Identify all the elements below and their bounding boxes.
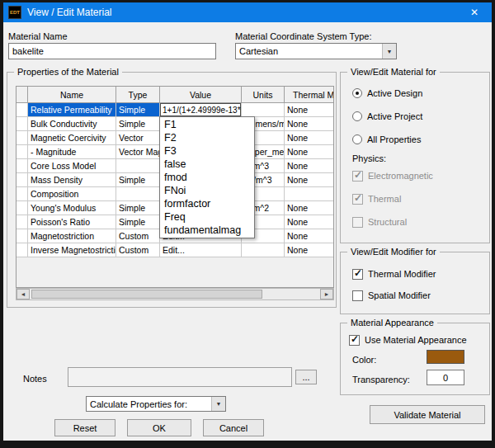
autocomplete-item[interactable]: false <box>160 158 254 171</box>
table-cell[interactable]: Inverse Magnetostriction <box>28 243 116 257</box>
table-row[interactable]: Inverse MagnetostrictionCustomEdit...Non… <box>16 243 333 257</box>
notes-label: Notes <box>23 374 47 384</box>
table-cell[interactable]: Core Loss Model <box>28 159 116 173</box>
table-cell[interactable]: Composition <box>28 187 116 201</box>
table-cell[interactable]: Simple <box>116 215 160 229</box>
scroll-left-icon[interactable]: ◄ <box>16 289 30 299</box>
table-cell[interactable] <box>16 103 28 117</box>
autocomplete-item[interactable]: F2 <box>160 131 254 144</box>
autocomplete-item[interactable]: FNoi <box>160 184 254 197</box>
properties-header-row: NameTypeValueUnitsThermal Modifier <box>16 87 333 103</box>
reset-button[interactable]: Reset <box>54 419 116 436</box>
notes-more-button[interactable]: ... <box>295 370 317 384</box>
autocomplete-item[interactable]: formfactor <box>160 197 254 210</box>
notes-input[interactable] <box>68 367 292 387</box>
checkbox-icon <box>349 335 360 346</box>
table-cell[interactable]: None <box>285 215 334 229</box>
column-header[interactable]: Name <box>28 87 116 103</box>
app-icon: EDT <box>8 6 21 19</box>
table-cell[interactable] <box>116 187 160 201</box>
table-cell[interactable]: Simple <box>116 173 160 187</box>
table-cell[interactable]: None <box>285 201 334 215</box>
table-cell[interactable] <box>242 103 285 117</box>
table-cell[interactable]: Magnetostriction <box>28 229 116 243</box>
checkbox-label: Structural <box>368 217 407 227</box>
scroll-right-icon[interactable]: ► <box>320 289 333 299</box>
checkbox-spatial-modifier[interactable]: Spatial Modifier <box>352 289 431 302</box>
autocomplete-item[interactable]: Freq <box>160 210 254 224</box>
table-cell[interactable]: None <box>285 103 334 117</box>
table-cell[interactable]: Simple <box>116 103 160 117</box>
radio-active-project[interactable]: Active Project <box>352 110 422 123</box>
coord-system-select[interactable]: Cartesian ▼ <box>235 43 397 59</box>
table-cell[interactable]: Vector Mag <box>116 145 160 159</box>
table-cell[interactable]: Custom <box>116 243 160 257</box>
table-cell[interactable] <box>16 215 28 229</box>
table-cell[interactable]: None <box>285 243 334 257</box>
table-cell[interactable] <box>285 187 334 201</box>
table-cell[interactable] <box>16 201 28 215</box>
table-cell[interactable] <box>16 187 28 201</box>
table-cell[interactable]: Vector <box>116 131 160 145</box>
table-cell[interactable] <box>16 243 28 257</box>
table-cell[interactable] <box>16 117 28 131</box>
checkbox-icon <box>352 194 363 205</box>
material-appearance-group: Material Appearance Use Material Appeara… <box>340 323 490 395</box>
h-scrollbar[interactable]: ◄ ► <box>16 288 334 300</box>
radio-icon <box>352 134 362 144</box>
table-cell[interactable]: Edit... <box>160 243 242 257</box>
table-cell[interactable]: None <box>285 229 334 243</box>
table-cell[interactable] <box>116 159 160 173</box>
close-button[interactable]: ✕ <box>457 2 492 22</box>
radio-active-design[interactable]: Active Design <box>352 87 422 100</box>
chevron-down-icon: ▼ <box>382 44 396 59</box>
autocomplete-item[interactable]: F1 <box>160 118 254 131</box>
table-cell[interactable]: Young's Modulus <box>28 201 116 215</box>
table-cell[interactable]: Simple <box>116 201 160 215</box>
table-cell[interactable] <box>16 159 28 173</box>
table-cell[interactable]: None <box>285 145 334 159</box>
column-header[interactable]: Thermal Modifier <box>285 87 334 103</box>
autocomplete-item[interactable]: fmod <box>160 171 254 184</box>
checkbox-use-material-appearance[interactable]: Use Material Appearance <box>349 333 467 347</box>
value-edit-field[interactable]: 1+1/(1+2.49999e-13*F <box>160 103 242 117</box>
table-cell[interactable] <box>242 243 285 257</box>
radio-icon <box>352 111 362 121</box>
cancel-button[interactable]: Cancel <box>203 419 264 436</box>
color-swatch[interactable] <box>427 350 464 364</box>
column-header[interactable]: Type <box>116 87 160 103</box>
scrollbar-thumb[interactable] <box>31 290 262 299</box>
column-header[interactable]: Units <box>242 87 285 103</box>
column-header[interactable]: Value <box>160 87 242 103</box>
table-cell[interactable]: None <box>285 117 334 131</box>
table-cell[interactable]: Custom <box>116 229 160 243</box>
color-label: Color: <box>352 355 376 365</box>
table-cell[interactable] <box>16 173 28 187</box>
table-cell[interactable]: None <box>285 131 334 145</box>
column-header[interactable] <box>16 87 28 103</box>
table-cell[interactable]: Bulk Conductivity <box>28 117 116 131</box>
titlebar: EDT View / Edit Material ✕ <box>3 2 492 22</box>
table-cell[interactable] <box>16 131 28 145</box>
ok-button[interactable]: OK <box>127 419 191 436</box>
checkbox-icon <box>352 217 363 228</box>
table-cell[interactable]: Simple <box>116 117 160 131</box>
table-row[interactable]: Relative PermeabilitySimple1+1/(1+2.4999… <box>16 103 333 117</box>
transparency-input[interactable]: 0 <box>427 370 464 385</box>
validate-material-button[interactable]: Validate Material <box>370 405 485 424</box>
table-cell[interactable]: - Magnitude <box>28 145 116 159</box>
material-name-input[interactable]: bakelite <box>8 43 216 59</box>
table-cell[interactable]: Poisson's Ratio <box>28 215 116 229</box>
autocomplete-item[interactable]: fundamentalmag <box>160 224 254 237</box>
table-cell[interactable]: Relative Permeability <box>28 103 116 117</box>
checkbox-thermal-modifier[interactable]: Thermal Modifier <box>352 267 436 281</box>
radio-all-properties[interactable]: All Properties <box>352 133 421 146</box>
table-cell[interactable] <box>16 145 28 159</box>
table-cell[interactable]: Mass Density <box>28 173 116 187</box>
table-cell[interactable] <box>16 229 28 243</box>
table-cell[interactable]: Magnetic Coercivity <box>28 131 116 145</box>
calculate-properties-select[interactable]: Calculate Properties for: ▼ <box>86 396 226 412</box>
table-cell[interactable]: None <box>285 159 334 173</box>
autocomplete-item[interactable]: F3 <box>160 144 254 158</box>
table-cell[interactable]: None <box>285 173 334 187</box>
